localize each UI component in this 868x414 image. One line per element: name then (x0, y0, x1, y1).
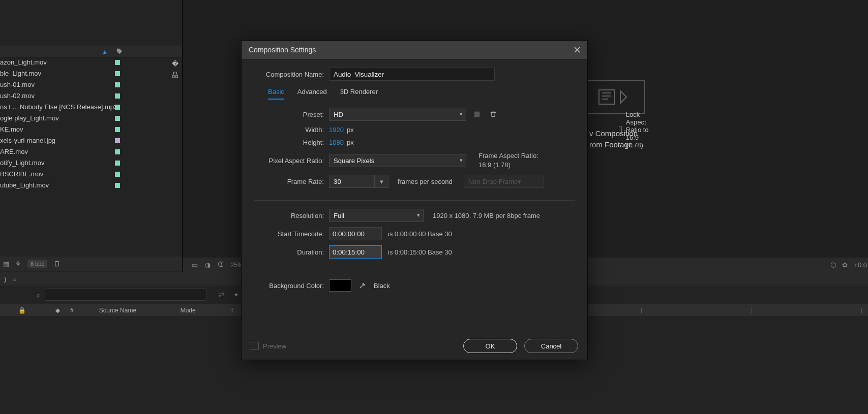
label-swatch[interactable] (115, 60, 120, 65)
toggle-alpha-icon[interactable]: ▭ (192, 261, 198, 269)
dialog-title: Composition Settings (249, 46, 316, 54)
project-file-row[interactable]: ris L... Nobody Else [NCS Release].mp3 (0, 102, 182, 113)
pixel-aspect-value: Square Pixels (334, 157, 374, 165)
width-label: Width: (254, 126, 329, 134)
delete-preset-icon[interactable] (488, 109, 499, 120)
project-file-row[interactable]: KE.mov (0, 124, 182, 135)
label-swatch[interactable] (115, 105, 120, 110)
label-swatch[interactable] (115, 82, 120, 87)
fx-icon[interactable]: ✦ (233, 291, 239, 299)
drop-frame-select: Non-Drop Frame ▾ (464, 175, 544, 188)
label-swatch[interactable] (115, 116, 120, 121)
width-input[interactable]: 1920 (329, 126, 344, 134)
start-timecode-note: is 0:00:00:00 Base 30 (388, 230, 452, 238)
label-swatch[interactable] (115, 161, 120, 166)
col-source-name[interactable]: Source Name (94, 307, 175, 314)
tab-advanced[interactable]: Advanced (297, 88, 327, 100)
height-input[interactable]: 1080 (329, 139, 344, 146)
label-swatch[interactable] (115, 183, 120, 188)
file-name: ush-01.mov (0, 81, 35, 88)
save-preset-icon[interactable] (471, 109, 483, 120)
lock-column-icon[interactable]: 🔒 (13, 307, 31, 314)
col-t[interactable]: T (225, 307, 239, 314)
background-color-name: Black (374, 282, 390, 290)
px-unit: px (347, 139, 354, 146)
bpc-indicator[interactable]: 8 bpc (27, 260, 47, 268)
project-footer: ▦ ⚘ 8 bpc (0, 257, 185, 271)
project-file-row[interactable]: xels-yuri-manei.jpg (0, 135, 182, 146)
toggle-mask-icon[interactable]: ◑ (205, 261, 211, 269)
pixel-aspect-select[interactable]: Square Pixels ▾ (329, 154, 466, 167)
sort-arrow-icon[interactable]: ▲ (102, 48, 108, 55)
ok-button[interactable]: OK (463, 339, 517, 353)
col-mode[interactable]: Mode (175, 307, 225, 314)
tab-3d-renderer[interactable]: 3D Renderer (340, 88, 378, 100)
project-file-row[interactable]: ush-01.mov (0, 79, 182, 90)
file-name: azon_Light.mov (0, 58, 47, 66)
exposure-icon[interactable]: ✿ (842, 261, 848, 269)
cancel-button[interactable]: Cancel (524, 339, 578, 353)
frame-rate-input[interactable] (329, 175, 375, 188)
project-file-row[interactable]: BSCRIBE.mov (0, 169, 182, 180)
label-swatch[interactable] (115, 149, 120, 154)
resolution-value: Full (334, 212, 344, 219)
preview-checkbox (251, 342, 259, 350)
lock-aspect-label: Lock Aspect Ratio to 16:9 (1.78) (626, 111, 651, 149)
frame-rate-dropdown[interactable]: ▾ (375, 175, 388, 188)
close-button[interactable] (571, 44, 583, 56)
col-num[interactable]: # (65, 307, 79, 314)
tab-basic[interactable]: Basic (268, 88, 284, 100)
frame-aspect-readout: Frame Aspect Ratio: 16:9 (1.78) (478, 151, 538, 170)
new-comp-from-footage-icon[interactable] (587, 80, 645, 114)
file-name: ush-02.mov (0, 92, 35, 100)
composition-name-input[interactable] (329, 68, 495, 81)
vr-icon[interactable]: ᗧ (218, 261, 223, 269)
label-swatch[interactable] (115, 138, 120, 143)
chevron-down-icon: ▾ (460, 157, 463, 164)
file-name: BSCRIBE.mov (0, 170, 43, 178)
timeline-search-input[interactable] (45, 289, 206, 301)
height-label: Height: (254, 139, 329, 146)
lock-aspect-checkbox[interactable] (619, 126, 622, 134)
project-file-row[interactable]: ogle play_Light.mov (0, 113, 182, 124)
chevron-down-icon: ▾ (417, 212, 420, 218)
flow-icon[interactable]: ⚘ (15, 260, 21, 268)
shy-icon[interactable]: ⇄ (219, 291, 224, 299)
trash-icon[interactable] (53, 260, 61, 267)
eyedropper-icon[interactable] (358, 281, 367, 290)
background-color-label: Background Color: (254, 282, 329, 290)
label-swatch[interactable] (115, 71, 120, 76)
dialog-titlebar: Composition Settings (242, 41, 587, 59)
file-name: utube_Light.mov (0, 181, 49, 189)
project-file-row[interactable]: ble_Light.mov (0, 68, 182, 79)
timeline-menu-icon[interactable]: ≡ (12, 275, 16, 283)
duration-note: is 0:00:15:00 Base 30 (388, 248, 452, 256)
label-column-icon[interactable]: ◆ (50, 307, 65, 314)
project-file-row[interactable]: azon_Light.mov�品 (0, 57, 182, 68)
preview-toggle: Preview (251, 342, 286, 350)
start-timecode-label: Start Timecode: (254, 230, 329, 238)
project-file-row[interactable]: ush-02.mov (0, 90, 182, 102)
exposure-value[interactable]: +0.0 (854, 261, 867, 269)
render-queue-icon[interactable]: ▦ (3, 260, 9, 268)
composition-settings-dialog: Composition Settings Composition Name: B… (241, 40, 588, 360)
label-swatch[interactable] (115, 127, 120, 132)
start-timecode-input[interactable] (329, 227, 382, 240)
file-name: otify_Light.mov (0, 159, 44, 167)
duration-input[interactable] (329, 245, 382, 259)
project-file-row[interactable]: ARE.mov (0, 146, 182, 157)
preset-select[interactable]: HD ▾ (329, 108, 466, 121)
label-swatch[interactable] (115, 93, 120, 99)
resolution-select[interactable]: Full ▾ (329, 209, 424, 222)
px-unit: px (347, 126, 354, 134)
camera-icon[interactable]: ⬡ (830, 261, 836, 269)
label-swatch[interactable] (115, 172, 120, 177)
preview-label: Preview (263, 342, 286, 350)
project-file-row[interactable]: otify_Light.mov (0, 157, 182, 169)
project-file-row[interactable]: utube_Light.mov (0, 180, 182, 191)
chevron-down-icon: ▾ (518, 178, 521, 185)
timeline-tab[interactable]: ) (4, 275, 6, 283)
resolution-label: Resolution: (254, 212, 329, 219)
background-color-swatch[interactable] (329, 279, 351, 292)
tag-icon[interactable] (116, 48, 123, 55)
